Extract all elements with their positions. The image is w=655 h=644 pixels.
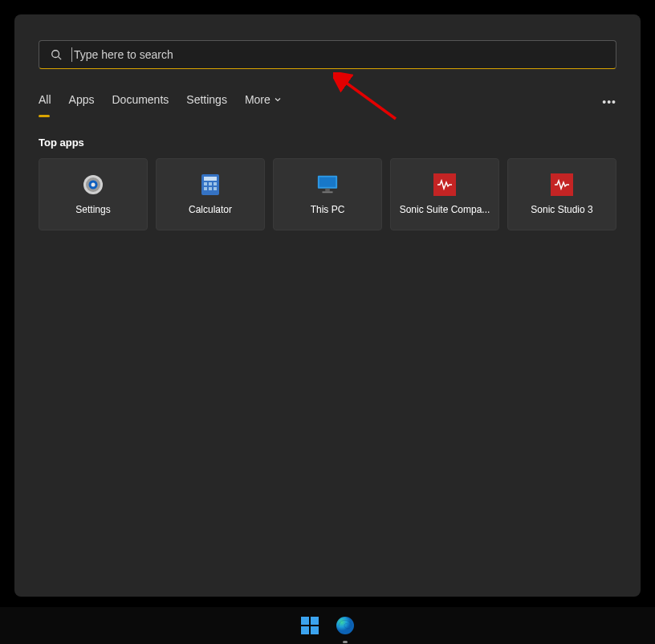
- taskbar: [0, 607, 655, 644]
- svg-rect-9: [209, 182, 212, 185]
- tile-sonic-suite-companion[interactable]: Sonic Suite Compa...: [390, 158, 499, 230]
- tab-more-label: More: [245, 93, 271, 106]
- start-search-panel: All Apps Documents Settings More ••• Top…: [14, 14, 641, 597]
- svg-rect-17: [322, 191, 332, 193]
- windows-start-icon: [301, 617, 319, 634]
- tile-label: Calculator: [189, 204, 232, 215]
- sonic-suite-companion-icon: [433, 173, 456, 196]
- tile-sonic-studio-3[interactable]: Sonic Studio 3: [507, 158, 616, 230]
- calculator-icon: [199, 173, 222, 196]
- more-options-button[interactable]: •••: [602, 96, 616, 108]
- svg-rect-22: [301, 626, 309, 634]
- search-input[interactable]: [71, 47, 604, 62]
- svg-rect-15: [319, 177, 336, 187]
- tab-documents[interactable]: Documents: [112, 93, 169, 111]
- svg-rect-7: [204, 177, 217, 181]
- tile-this-pc[interactable]: This PC: [273, 158, 382, 230]
- settings-icon: [82, 173, 104, 196]
- svg-point-0: [52, 51, 59, 58]
- taskbar-indicator: [343, 641, 348, 643]
- svg-rect-13: [214, 187, 217, 190]
- tab-apps[interactable]: Apps: [69, 93, 95, 111]
- tile-label: Sonic Studio 3: [531, 204, 592, 215]
- svg-rect-8: [204, 182, 207, 185]
- svg-rect-20: [301, 617, 309, 625]
- tile-calculator[interactable]: Calculator: [156, 158, 265, 230]
- search-box[interactable]: [39, 40, 616, 69]
- tile-label: Settings: [75, 204, 110, 215]
- filter-tabs: All Apps Documents Settings More •••: [39, 93, 616, 111]
- svg-rect-21: [311, 617, 319, 625]
- svg-point-5: [92, 183, 96, 187]
- tab-settings[interactable]: Settings: [186, 93, 227, 111]
- taskbar-start-button[interactable]: [299, 614, 321, 637]
- svg-rect-16: [325, 189, 330, 192]
- tile-label: Sonic Suite Compa...: [400, 204, 490, 215]
- sonic-studio-3-icon: [551, 173, 573, 196]
- top-apps-row: Settings Calculator: [39, 158, 616, 230]
- search-icon: [51, 49, 62, 60]
- this-pc-icon: [316, 173, 339, 196]
- tab-more[interactable]: More: [245, 93, 282, 111]
- tile-settings[interactable]: Settings: [39, 158, 148, 230]
- tile-label: This PC: [311, 204, 345, 215]
- svg-rect-23: [311, 626, 319, 634]
- svg-line-1: [59, 57, 62, 60]
- svg-rect-11: [204, 187, 207, 190]
- svg-rect-10: [214, 182, 217, 185]
- section-title-top-apps: Top apps: [39, 137, 616, 149]
- tab-all[interactable]: All: [39, 93, 51, 111]
- edge-icon: [336, 616, 355, 635]
- taskbar-edge-button[interactable]: [334, 614, 356, 637]
- svg-rect-12: [209, 187, 212, 190]
- chevron-down-icon: [274, 96, 282, 104]
